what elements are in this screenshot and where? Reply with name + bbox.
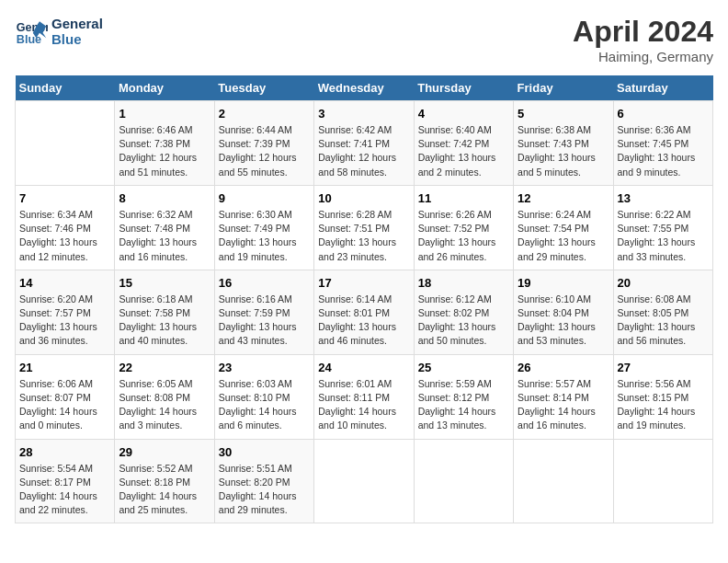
- day-number: 29: [119, 445, 210, 459]
- day-info: Sunrise: 6:26 AM Sunset: 7:52 PM Dayligh…: [418, 208, 509, 264]
- day-info: Sunrise: 6:38 AM Sunset: 7:43 PM Dayligh…: [518, 123, 609, 179]
- day-cell: 5Sunrise: 6:38 AM Sunset: 7:43 PM Daylig…: [514, 101, 613, 186]
- day-info: Sunrise: 6:22 AM Sunset: 7:55 PM Dayligh…: [618, 208, 709, 264]
- week-row-1: 1Sunrise: 6:46 AM Sunset: 7:38 PM Daylig…: [16, 101, 713, 186]
- day-number: 13: [618, 191, 709, 205]
- col-header-wednesday: Wednesday: [314, 75, 414, 101]
- day-info: Sunrise: 6:44 AM Sunset: 7:39 PM Dayligh…: [219, 123, 310, 179]
- day-number: 17: [318, 276, 409, 290]
- day-number: 19: [518, 276, 609, 290]
- day-cell: 28Sunrise: 5:54 AM Sunset: 8:17 PM Dayli…: [16, 439, 115, 523]
- day-cell: 9Sunrise: 6:30 AM Sunset: 7:49 PM Daylig…: [214, 185, 313, 270]
- day-number: 5: [518, 107, 609, 121]
- day-cell: 26Sunrise: 5:57 AM Sunset: 8:14 PM Dayli…: [514, 354, 613, 439]
- week-row-5: 28Sunrise: 5:54 AM Sunset: 8:17 PM Dayli…: [16, 439, 713, 523]
- day-cell: 23Sunrise: 6:03 AM Sunset: 8:10 PM Dayli…: [214, 354, 313, 439]
- day-number: 26: [518, 361, 609, 374]
- week-row-2: 7Sunrise: 6:34 AM Sunset: 7:46 PM Daylig…: [16, 185, 713, 270]
- day-info: Sunrise: 6:05 AM Sunset: 8:08 PM Dayligh…: [119, 377, 210, 433]
- day-cell: [314, 439, 414, 523]
- day-number: 27: [618, 361, 709, 374]
- day-cell: 18Sunrise: 6:12 AM Sunset: 8:02 PM Dayli…: [414, 270, 513, 354]
- day-number: 6: [618, 107, 709, 121]
- day-number: 18: [418, 276, 509, 290]
- day-cell: 7Sunrise: 6:34 AM Sunset: 7:46 PM Daylig…: [16, 185, 115, 270]
- day-info: Sunrise: 6:18 AM Sunset: 7:58 PM Dayligh…: [119, 293, 210, 349]
- day-number: 14: [19, 276, 110, 290]
- day-info: Sunrise: 6:10 AM Sunset: 8:04 PM Dayligh…: [518, 293, 609, 349]
- col-header-monday: Monday: [115, 75, 214, 101]
- day-cell: [16, 101, 115, 186]
- day-info: Sunrise: 6:40 AM Sunset: 7:42 PM Dayligh…: [418, 123, 509, 179]
- title-block: April 2024 Haiming, Germany: [573, 15, 713, 64]
- day-number: 4: [418, 107, 509, 121]
- logo-text-blue: Blue: [51, 31, 103, 47]
- col-header-thursday: Thursday: [414, 75, 513, 101]
- location: Haiming, Germany: [573, 49, 713, 64]
- day-cell: 13Sunrise: 6:22 AM Sunset: 7:55 PM Dayli…: [613, 185, 712, 270]
- day-cell: 22Sunrise: 6:05 AM Sunset: 8:08 PM Dayli…: [115, 354, 214, 439]
- day-number: 30: [219, 445, 310, 459]
- day-info: Sunrise: 5:52 AM Sunset: 8:18 PM Dayligh…: [119, 462, 210, 518]
- day-cell: 21Sunrise: 6:06 AM Sunset: 8:07 PM Dayli…: [16, 354, 115, 439]
- day-info: Sunrise: 6:08 AM Sunset: 8:05 PM Dayligh…: [618, 293, 709, 349]
- day-cell: 25Sunrise: 5:59 AM Sunset: 8:12 PM Dayli…: [414, 354, 513, 439]
- logo-text-general: General: [51, 16, 103, 31]
- day-info: Sunrise: 6:28 AM Sunset: 7:51 PM Dayligh…: [318, 208, 409, 264]
- day-info: Sunrise: 5:59 AM Sunset: 8:12 PM Dayligh…: [418, 377, 509, 433]
- day-cell: 12Sunrise: 6:24 AM Sunset: 7:54 PM Dayli…: [514, 185, 613, 270]
- col-header-saturday: Saturday: [613, 75, 712, 101]
- day-info: Sunrise: 6:32 AM Sunset: 7:48 PM Dayligh…: [119, 208, 210, 264]
- day-number: 24: [318, 361, 409, 374]
- day-info: Sunrise: 6:03 AM Sunset: 8:10 PM Dayligh…: [219, 377, 310, 433]
- calendar-table: SundayMondayTuesdayWednesdayThursdayFrid…: [15, 75, 713, 523]
- day-cell: 17Sunrise: 6:14 AM Sunset: 8:01 PM Dayli…: [314, 270, 414, 354]
- day-cell: 2Sunrise: 6:44 AM Sunset: 7:39 PM Daylig…: [214, 101, 313, 186]
- day-info: Sunrise: 6:24 AM Sunset: 7:54 PM Dayligh…: [518, 208, 609, 264]
- day-number: 3: [318, 107, 409, 121]
- day-cell: 4Sunrise: 6:40 AM Sunset: 7:42 PM Daylig…: [414, 101, 513, 186]
- day-cell: 14Sunrise: 6:20 AM Sunset: 7:57 PM Dayli…: [16, 270, 115, 354]
- day-number: 10: [318, 191, 409, 205]
- day-number: 12: [518, 191, 609, 205]
- day-number: 9: [219, 191, 310, 205]
- day-info: Sunrise: 6:46 AM Sunset: 7:38 PM Dayligh…: [119, 123, 210, 179]
- day-info: Sunrise: 5:56 AM Sunset: 8:15 PM Dayligh…: [618, 377, 709, 433]
- day-number: 21: [19, 361, 110, 374]
- day-number: 2: [219, 107, 310, 121]
- day-number: 20: [618, 276, 709, 290]
- day-info: Sunrise: 6:36 AM Sunset: 7:45 PM Dayligh…: [618, 123, 709, 179]
- day-number: 16: [219, 276, 310, 290]
- day-cell: 29Sunrise: 5:52 AM Sunset: 8:18 PM Dayli…: [115, 439, 214, 523]
- day-cell: [414, 439, 513, 523]
- day-cell: 11Sunrise: 6:26 AM Sunset: 7:52 PM Dayli…: [414, 185, 513, 270]
- day-cell: 15Sunrise: 6:18 AM Sunset: 7:58 PM Dayli…: [115, 270, 214, 354]
- day-cell: 1Sunrise: 6:46 AM Sunset: 7:38 PM Daylig…: [115, 101, 214, 186]
- day-number: 23: [219, 361, 310, 374]
- day-info: Sunrise: 5:57 AM Sunset: 8:14 PM Dayligh…: [518, 377, 609, 433]
- day-number: 28: [19, 445, 110, 459]
- day-cell: [613, 439, 712, 523]
- day-cell: 24Sunrise: 6:01 AM Sunset: 8:11 PM Dayli…: [314, 354, 414, 439]
- logo: General Blue General Blue: [15, 15, 103, 48]
- day-info: Sunrise: 6:42 AM Sunset: 7:41 PM Dayligh…: [318, 123, 409, 179]
- day-cell: 30Sunrise: 5:51 AM Sunset: 8:20 PM Dayli…: [214, 439, 313, 523]
- day-info: Sunrise: 6:12 AM Sunset: 8:02 PM Dayligh…: [418, 293, 509, 349]
- day-cell: 6Sunrise: 6:36 AM Sunset: 7:45 PM Daylig…: [613, 101, 712, 186]
- day-info: Sunrise: 6:16 AM Sunset: 7:59 PM Dayligh…: [219, 293, 310, 349]
- day-number: 22: [119, 361, 210, 374]
- logo-icon: General Blue: [15, 15, 48, 48]
- week-row-4: 21Sunrise: 6:06 AM Sunset: 8:07 PM Dayli…: [16, 354, 713, 439]
- col-header-sunday: Sunday: [16, 75, 115, 101]
- day-cell: 3Sunrise: 6:42 AM Sunset: 7:41 PM Daylig…: [314, 101, 414, 186]
- day-info: Sunrise: 6:30 AM Sunset: 7:49 PM Dayligh…: [219, 208, 310, 264]
- day-cell: 8Sunrise: 6:32 AM Sunset: 7:48 PM Daylig…: [115, 185, 214, 270]
- day-info: Sunrise: 6:01 AM Sunset: 8:11 PM Dayligh…: [318, 377, 409, 433]
- day-cell: 20Sunrise: 6:08 AM Sunset: 8:05 PM Dayli…: [613, 270, 712, 354]
- day-number: 15: [119, 276, 210, 290]
- day-number: 7: [19, 191, 110, 205]
- calendar-header-row: SundayMondayTuesdayWednesdayThursdayFrid…: [16, 75, 713, 101]
- day-number: 11: [418, 191, 509, 205]
- day-cell: [514, 439, 613, 523]
- page-header: General Blue General Blue April 2024 Hai…: [15, 15, 713, 64]
